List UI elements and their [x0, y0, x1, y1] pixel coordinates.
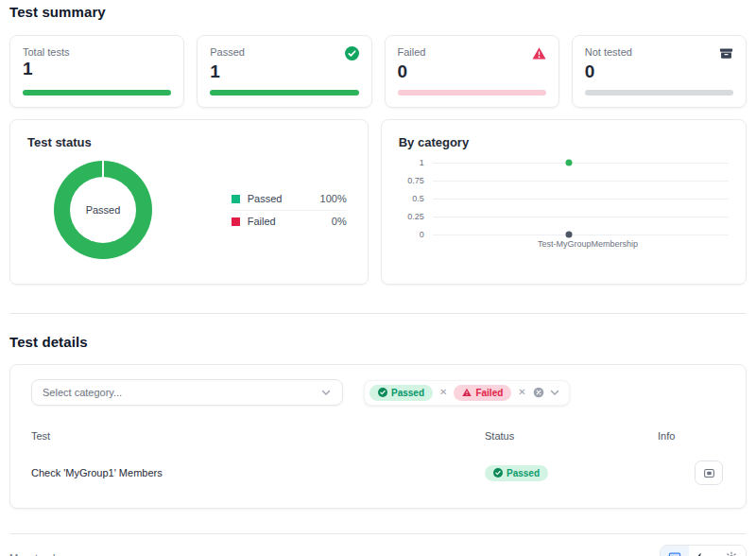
- check-circle-icon: [378, 388, 387, 397]
- stat-card-header: Failed: [398, 46, 546, 61]
- remove-passed-filter-button[interactable]: ✕: [438, 388, 449, 397]
- stat-card-header: Not tested: [585, 46, 733, 61]
- category-select-placeholder: Select category...: [43, 387, 122, 398]
- stat-card-header: Passed: [210, 46, 358, 61]
- x-axis-label: Test-MyGroupMembership: [538, 239, 638, 249]
- data-point-passed: [565, 160, 572, 166]
- data-point-failed: [565, 232, 572, 238]
- test-status-panel: Test status Passed Passed 100%: [9, 119, 369, 285]
- sun-icon: [725, 551, 738, 556]
- donut-center-label: Passed: [54, 161, 152, 259]
- status-filter-group[interactable]: Passed ✕ Failed ✕: [364, 380, 570, 406]
- donut-legend: Passed 100% Failed 0%: [232, 188, 347, 233]
- stat-label: Passed: [210, 46, 245, 58]
- filter-chip-passed[interactable]: Passed: [369, 385, 433, 401]
- filter-dropdown-chevron-icon[interactable]: [549, 387, 560, 398]
- theme-switcher: [660, 545, 747, 556]
- stat-card-total-tests: Total tests 1: [9, 35, 184, 108]
- stat-card-passed: Passed 1: [197, 35, 371, 108]
- test-summary-heading: Test summary: [9, 4, 747, 20]
- stat-value: 1: [210, 61, 358, 82]
- x-axis: Test-MyGroupMembership: [441, 239, 756, 252]
- legend-label: Failed: [248, 216, 276, 227]
- stat-label: Failed: [398, 46, 426, 58]
- charts-row: Test status Passed Passed 100%: [9, 119, 747, 285]
- test-status-title: Test status: [27, 135, 351, 149]
- legend-label: Passed: [248, 193, 283, 204]
- filter-row: Select category... Passed ✕ Failed ✕: [31, 379, 725, 406]
- dashboard: Test summary Total tests 1 Passed 1 Fail…: [0, 0, 756, 556]
- legend-swatch-failed: [232, 217, 240, 226]
- filter-chip-failed[interactable]: Failed: [454, 385, 511, 401]
- legend-value: 100%: [320, 193, 347, 204]
- progress-bar: [398, 90, 546, 96]
- by-category-title: By category: [399, 135, 729, 149]
- stat-label: Total tests: [23, 46, 70, 58]
- legend-swatch-passed: [232, 195, 240, 203]
- filter-chip-label: Failed: [475, 388, 503, 398]
- footer: Maester.dev: [9, 533, 747, 556]
- stat-value: 1: [23, 59, 171, 79]
- summary-cards: Total tests 1 Passed 1 Failed 0: [9, 35, 747, 108]
- monitor-icon: [668, 551, 681, 556]
- column-header-status: Status: [485, 430, 658, 442]
- y-tick-label: 1: [399, 158, 433, 167]
- y-tick-label: 0.5: [399, 194, 433, 203]
- remove-failed-filter-button[interactable]: ✕: [516, 388, 527, 397]
- test-details-heading: Test details: [9, 334, 747, 350]
- stat-label: Not tested: [585, 46, 632, 58]
- section-divider: [9, 313, 747, 314]
- status-badge-label: Passed: [507, 468, 540, 478]
- scatter-dot-layer: [441, 163, 725, 235]
- table-row: Check 'MyGroup1' Members Passed: [31, 455, 725, 489]
- legend-item-failed: Failed 0%: [232, 211, 347, 233]
- column-header-info: Info: [658, 430, 725, 442]
- system-theme-button[interactable]: [661, 546, 689, 556]
- stat-card-failed: Failed 0: [385, 35, 559, 108]
- chevron-down-icon: [320, 387, 332, 398]
- column-header-test: Test: [31, 430, 485, 442]
- status-badge: Passed: [485, 465, 548, 481]
- info-button[interactable]: [695, 460, 723, 485]
- by-category-chart: 1 0.75 0.5 0.25 0: [399, 163, 729, 252]
- stat-value: 0: [398, 61, 546, 82]
- category-select[interactable]: Select category...: [31, 379, 343, 406]
- y-tick-label: 0: [399, 230, 433, 239]
- dark-theme-button[interactable]: [689, 546, 717, 556]
- brand-link[interactable]: Maester.dev: [9, 552, 66, 556]
- table-header-row: Test Status Info: [31, 423, 725, 455]
- alert-triangle-icon: [532, 46, 546, 61]
- legend-item-passed: Passed 100%: [232, 188, 347, 210]
- details-panel-icon: [703, 467, 715, 479]
- donut-chart: Passed: [54, 161, 152, 259]
- progress-bar: [585, 90, 733, 96]
- progress-bar: [210, 90, 358, 96]
- scatter-plot: 1 0.75 0.5 0.25 0: [399, 163, 729, 235]
- moon-icon: [696, 551, 710, 556]
- legend-value: 0%: [332, 216, 347, 227]
- progress-bar: [23, 90, 171, 96]
- filter-chip-label: Passed: [391, 388, 424, 398]
- light-theme-button[interactable]: [717, 546, 746, 556]
- y-tick-label: 0.25: [399, 212, 433, 221]
- stat-value: 0: [585, 61, 733, 82]
- test-results-table: Test Status Info Check 'MyGroup1' Member…: [31, 423, 725, 489]
- check-circle-icon: [345, 46, 359, 61]
- alert-triangle-icon: [462, 388, 472, 397]
- stat-card-header: Total tests: [23, 46, 171, 58]
- clear-filters-button[interactable]: [533, 387, 544, 398]
- y-tick-label: 0.75: [399, 176, 433, 185]
- test-name: Check 'MyGroup1' Members: [31, 467, 485, 478]
- stat-card-not-tested: Not tested 0: [572, 35, 747, 108]
- test-details-card: Select category... Passed ✕ Failed ✕: [9, 364, 747, 509]
- by-category-panel: By category 1 0.75 0.5 0.25: [381, 119, 747, 285]
- test-status-body: Passed Passed 100% Failed 0%: [27, 161, 351, 259]
- archive-icon: [719, 46, 733, 61]
- check-circle-icon: [493, 468, 503, 478]
